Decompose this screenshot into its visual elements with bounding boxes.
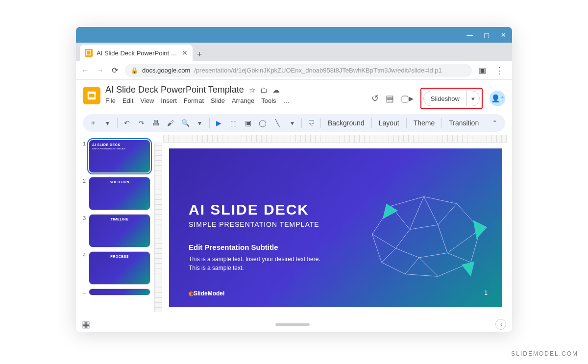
line-tool[interactable]: ╲ bbox=[272, 119, 283, 127]
back-button[interactable]: ← bbox=[81, 66, 90, 75]
slide-thumb-3[interactable]: TIMELINE bbox=[89, 214, 150, 247]
layout-button[interactable]: Layout bbox=[376, 119, 402, 127]
move-icon[interactable]: 🗀 bbox=[260, 86, 268, 94]
slide-page-number: 1 bbox=[484, 290, 488, 296]
slide-thumb-next[interactable] bbox=[89, 289, 150, 295]
slideshow-label[interactable]: Slideshow bbox=[424, 95, 466, 102]
zoom-button[interactable]: 🔍 bbox=[180, 119, 191, 127]
forward-button[interactable]: → bbox=[96, 66, 104, 75]
tab-close-icon[interactable]: ✕ bbox=[182, 49, 188, 57]
browser-tab-active[interactable]: AI Slide Deck PowerPoint Templa ✕ bbox=[80, 45, 193, 61]
zoom-dropdown[interactable]: ▾ bbox=[195, 119, 205, 127]
url-path: /presentation/d/1ejGbkinJKpkZUOEnx_dnoab… bbox=[194, 67, 442, 74]
cloud-status-icon[interactable]: ☁ bbox=[272, 86, 280, 95]
comment-tool[interactable]: 🗨 bbox=[306, 119, 317, 127]
menu-file[interactable]: File bbox=[105, 97, 116, 104]
star-icon[interactable]: ☆ bbox=[249, 86, 255, 95]
reload-button[interactable]: ⟳ bbox=[110, 66, 119, 75]
address-bar[interactable]: 🔒 docs.google.com/presentation/d/1ejGbki… bbox=[125, 64, 472, 77]
format-toolbar: ＋ ▾ ↶ ↷ 🖶 🖌 🔍▾ ▶ ⬚ ▣ ◯ ╲▾ 🗨 Background L… bbox=[83, 114, 505, 132]
app-footer: ▦ ‹ bbox=[76, 317, 512, 332]
menu-slide[interactable]: Slide bbox=[211, 97, 225, 104]
grid-view-button[interactable]: ▦ bbox=[82, 319, 89, 330]
textbox-tool[interactable]: ⬚ bbox=[228, 119, 239, 127]
redo-button[interactable]: ↷ bbox=[136, 119, 147, 127]
slide-thumb-2[interactable]: SOLUTION bbox=[89, 177, 150, 210]
canvas-area[interactable]: AI SLIDE DECK SIMPLE PRESENTATION TEMPLA… bbox=[154, 135, 512, 317]
slideshow-button[interactable]: Slideshow ▾ bbox=[423, 91, 480, 106]
theme-button[interactable]: Theme bbox=[411, 119, 438, 127]
browser-tabstrip: AI Slide Deck PowerPoint Templa ✕ + bbox=[76, 43, 512, 61]
slide-panel[interactable]: 1 AI SLIDE DECK SIMPLE PRESENTATION TEMP… bbox=[76, 135, 154, 317]
collapse-toolbar-button[interactable]: ⌃ bbox=[490, 119, 500, 127]
url-host: docs.google.com bbox=[142, 67, 190, 74]
app-header: AI Slide Deck PowerPoint Template ☆ 🗀 ☁ … bbox=[76, 80, 512, 111]
slide-thumb-1[interactable]: AI SLIDE DECK SIMPLE PRESENTATION TEMPLA… bbox=[89, 140, 150, 173]
browser-menu-button[interactable]: ⋮ bbox=[492, 65, 507, 76]
slide-canvas[interactable]: AI SLIDE DECK SIMPLE PRESENTATION TEMPLA… bbox=[169, 148, 502, 307]
menu-view[interactable]: View bbox=[140, 97, 154, 104]
slideshow-highlight: Slideshow ▾ bbox=[420, 88, 483, 109]
menu-format[interactable]: Format bbox=[184, 97, 204, 104]
slide-body-text[interactable]: This is a sample text. Insert your desir… bbox=[189, 255, 326, 272]
slide-subtitle[interactable]: SIMPLE PRESENTATION TEMPLATE bbox=[189, 220, 483, 230]
menu-more[interactable]: … bbox=[283, 97, 290, 104]
thumb-number: 4 bbox=[80, 251, 86, 258]
comments-icon[interactable]: ▤ bbox=[386, 93, 394, 104]
slide-thumb-4[interactable]: PROCESS bbox=[89, 251, 150, 285]
lock-icon: 🔒 bbox=[131, 67, 138, 74]
thumb-number: – bbox=[80, 289, 86, 295]
paint-format-button[interactable]: 🖌 bbox=[165, 119, 176, 127]
ruler-vertical bbox=[154, 143, 162, 312]
image-credit: SLIDEMODEL.COM bbox=[511, 350, 578, 357]
install-app-icon[interactable]: ▣ bbox=[478, 66, 487, 75]
print-button[interactable]: 🖶 bbox=[150, 119, 161, 127]
thumb-number: 2 bbox=[80, 177, 86, 184]
ruler-horizontal bbox=[163, 135, 507, 143]
menu-insert[interactable]: Insert bbox=[161, 97, 177, 104]
menu-edit[interactable]: Edit bbox=[122, 97, 133, 104]
slides-logo-icon[interactable] bbox=[83, 87, 100, 104]
slide-edit-subtitle[interactable]: Edit Presentation Subtitle bbox=[189, 243, 483, 251]
menu-bar: File Edit View Insert Format Slide Arran… bbox=[105, 97, 367, 104]
transition-button[interactable]: Transition bbox=[446, 119, 482, 127]
slide-logo: ◐SlideModel bbox=[189, 291, 224, 296]
explore-button[interactable]: ‹ bbox=[495, 319, 506, 330]
slides-favicon-icon bbox=[85, 49, 93, 57]
image-tool[interactable]: ▣ bbox=[243, 119, 254, 127]
svg-rect-1 bbox=[89, 94, 95, 97]
new-slide-button[interactable]: ＋ bbox=[88, 119, 98, 127]
menu-arrange[interactable]: Arrange bbox=[232, 97, 254, 104]
history-icon[interactable]: ↺ bbox=[371, 93, 379, 104]
tab-title: AI Slide Deck PowerPoint Templa bbox=[97, 49, 178, 57]
app-window: — ▢ ✕ AI Slide Deck PowerPoint Templa ✕ … bbox=[76, 27, 512, 332]
meet-icon[interactable]: ▢▸ bbox=[401, 93, 414, 104]
window-titlebar: — ▢ ✕ bbox=[76, 27, 512, 43]
window-minimize-button[interactable]: — bbox=[466, 31, 474, 39]
thumb-number: 3 bbox=[80, 214, 86, 221]
new-slide-dropdown[interactable]: ▾ bbox=[102, 119, 113, 127]
new-tab-button[interactable]: + bbox=[193, 48, 206, 61]
window-close-button[interactable]: ✕ bbox=[499, 31, 507, 39]
undo-button[interactable]: ↶ bbox=[122, 119, 132, 127]
share-button[interactable]: 👤⁺ bbox=[490, 91, 505, 106]
shape-tool[interactable]: ◯ bbox=[257, 119, 268, 127]
background-button[interactable]: Background bbox=[325, 119, 368, 127]
resize-handle[interactable] bbox=[275, 323, 310, 326]
slide-title[interactable]: AI SLIDE DECK bbox=[189, 202, 483, 217]
select-tool[interactable]: ▶ bbox=[214, 119, 224, 127]
window-maximize-button[interactable]: ▢ bbox=[483, 31, 490, 39]
workspace: 1 AI SLIDE DECK SIMPLE PRESENTATION TEMP… bbox=[76, 135, 512, 317]
browser-toolbar: ← → ⟳ 🔒 docs.google.com/presentation/d/1… bbox=[76, 61, 512, 80]
thumb-number: 1 bbox=[80, 140, 86, 146]
document-title[interactable]: AI Slide Deck PowerPoint Template bbox=[105, 85, 244, 95]
line-dropdown[interactable]: ▾ bbox=[287, 119, 297, 127]
slideshow-dropdown[interactable]: ▾ bbox=[466, 91, 479, 106]
menu-tools[interactable]: Tools bbox=[261, 97, 276, 104]
